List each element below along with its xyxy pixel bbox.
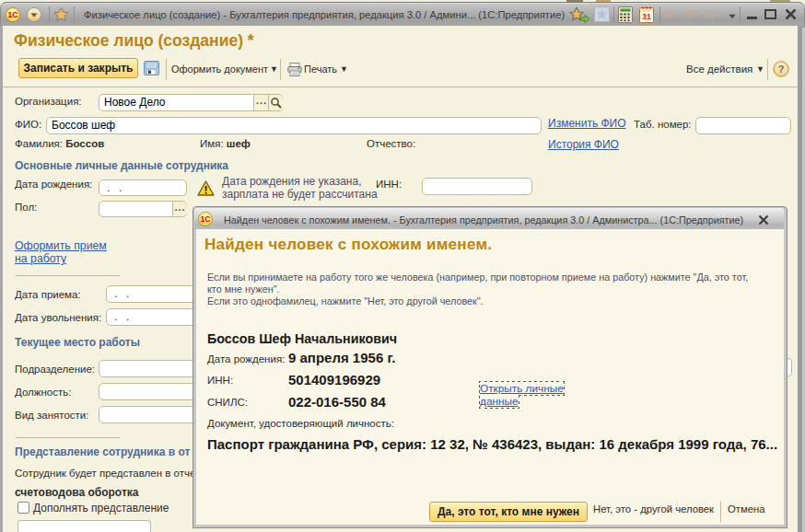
svg-text:?: ? [778, 64, 785, 75]
svg-text:1С: 1С [200, 214, 211, 224]
svg-text:31: 31 [642, 12, 651, 21]
svg-text:1С: 1С [7, 10, 18, 19]
